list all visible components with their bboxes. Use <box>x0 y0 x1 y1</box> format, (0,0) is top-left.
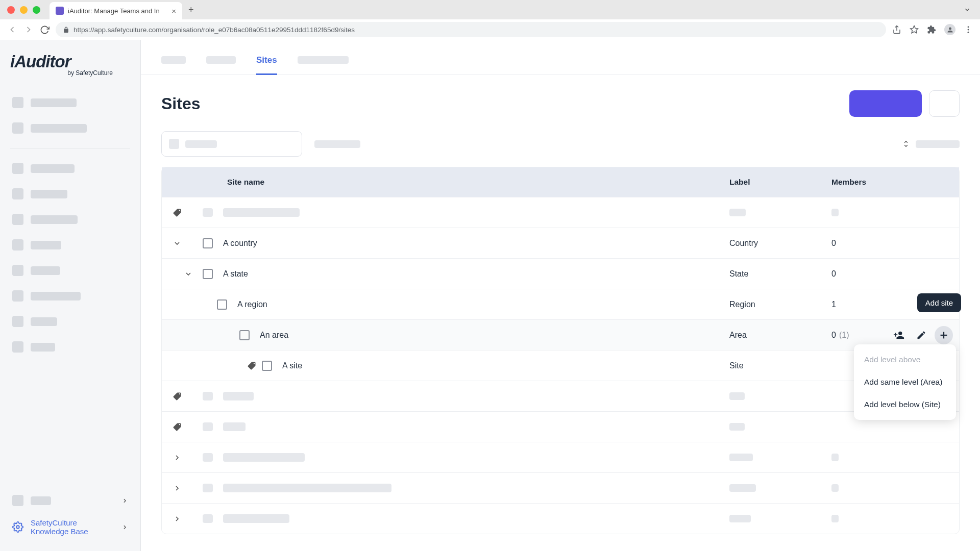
site-name: An area <box>260 331 729 340</box>
tag-icon <box>173 422 182 432</box>
table-header: Site name Label Members <box>162 167 959 197</box>
sidebar-item-placeholder[interactable] <box>10 283 130 309</box>
row-checkbox[interactable] <box>262 361 272 371</box>
sidebar-item-placeholder[interactable] <box>10 258 130 283</box>
sidebar-item-placeholder[interactable] <box>10 90 130 115</box>
dropdown-add-level-above: Add level above <box>854 348 956 371</box>
browser-tab[interactable]: iAuditor: Manage Teams and In × <box>50 2 182 19</box>
secondary-action-button[interactable] <box>929 90 960 117</box>
address-bar: https://app.safetyculture.com/organisati… <box>0 19 980 40</box>
header-members: Members <box>831 178 959 187</box>
tab-sites[interactable]: Sites <box>256 50 277 74</box>
reload-button[interactable] <box>40 25 50 35</box>
sidebar-item-placeholder[interactable] <box>10 334 130 360</box>
dropdown-add-level-below[interactable]: Add level below (Site) <box>854 393 956 416</box>
svg-point-2 <box>949 27 951 30</box>
forward-button[interactable] <box>23 24 34 35</box>
table-row[interactable]: A country Country 0 <box>162 228 959 258</box>
primary-action-button[interactable] <box>849 90 922 117</box>
kebab-menu-icon[interactable] <box>964 25 973 34</box>
tab-placeholder[interactable]: xxxx <box>161 50 186 74</box>
table-row[interactable]: A state State 0 <box>162 258 959 289</box>
url-input[interactable]: https://app.safetyculture.com/organisati… <box>56 22 886 37</box>
svg-point-4 <box>968 29 969 31</box>
tabs-dropdown-icon[interactable] <box>964 6 971 13</box>
share-icon[interactable] <box>892 25 901 34</box>
table-row[interactable] <box>162 381 959 411</box>
row-checkbox[interactable] <box>203 238 213 248</box>
gear-icon <box>12 521 23 533</box>
svg-point-3 <box>968 26 969 28</box>
new-tab-button[interactable]: + <box>188 5 194 15</box>
table-row[interactable]: A site Site <box>162 350 959 381</box>
site-name: A site <box>282 361 729 370</box>
sidebar-item-placeholder[interactable] <box>10 232 130 258</box>
chevron-right-icon <box>121 497 128 504</box>
header-site-name: Site name <box>223 178 729 187</box>
table-row[interactable] <box>162 197 959 228</box>
site-label: State <box>729 269 831 279</box>
tab-favicon <box>56 7 64 15</box>
tab-bar: iAuditor: Manage Teams and In × + <box>0 0 980 19</box>
members-inherited: (1) <box>839 331 849 340</box>
expand-toggle[interactable] <box>162 515 192 523</box>
page-title: Sites <box>161 94 200 113</box>
edit-button[interactable] <box>912 326 930 344</box>
lock-icon <box>63 27 69 33</box>
expand-toggle[interactable] <box>162 270 192 278</box>
table-row[interactable] <box>162 503 959 534</box>
filter-placeholder[interactable] <box>314 140 360 148</box>
sidebar-item-placeholder[interactable] <box>10 207 130 232</box>
table-row[interactable] <box>162 442 959 472</box>
search-input[interactable] <box>161 131 302 157</box>
table-row[interactable] <box>162 472 959 503</box>
page-content: Sites <box>141 75 980 549</box>
sidebar-item-placeholder[interactable] <box>10 489 130 512</box>
main-content: xxxx xxxxx Sites xxxxxxxx Sites <box>141 40 980 551</box>
sidebar-item-placeholder[interactable] <box>10 156 130 181</box>
browser-chrome: iAuditor: Manage Teams and In × + https:… <box>0 0 980 40</box>
dropdown-add-same-level[interactable]: Add same level (Area) <box>854 371 956 393</box>
sidebar-item-placeholder[interactable] <box>10 181 130 207</box>
kb-line2: Knowledge Base <box>31 527 88 536</box>
table-row[interactable] <box>162 411 959 442</box>
table-row[interactable]: A region Region 1 <box>162 289 959 319</box>
sidebar-item-placeholder[interactable] <box>10 115 130 141</box>
sites-table: Site name Label Members A country <box>161 167 960 534</box>
expand-toggle[interactable] <box>162 454 192 462</box>
extensions-icon[interactable] <box>927 25 936 34</box>
tag-icon <box>247 361 256 370</box>
tab-placeholder[interactable]: xxxxx <box>206 50 236 74</box>
add-site-button[interactable] <box>935 326 953 344</box>
logo-text: iAuditor <box>10 52 130 71</box>
expand-toggle[interactable] <box>162 239 192 247</box>
expand-toggle[interactable] <box>162 300 207 309</box>
site-name: A country <box>223 239 729 248</box>
site-members: 0 (1) <box>831 326 959 344</box>
profile-avatar[interactable] <box>944 24 955 35</box>
tab-close-icon[interactable]: × <box>172 7 176 15</box>
sidebar-item-placeholder[interactable] <box>10 309 130 334</box>
maximize-window-button[interactable] <box>33 6 40 14</box>
add-member-button[interactable] <box>890 326 908 344</box>
title-row: Sites <box>161 90 960 117</box>
expand-toggle[interactable] <box>162 331 229 339</box>
tab-placeholder[interactable]: xxxxxxxx <box>298 50 349 74</box>
kb-line1: SafetyCulture <box>31 518 88 527</box>
search-icon <box>169 139 179 149</box>
filter-row <box>161 131 960 157</box>
back-button[interactable] <box>7 24 17 35</box>
expand-toggle[interactable] <box>162 484 192 492</box>
table-row-active[interactable]: An area Area 0 (1) <box>162 319 959 350</box>
collapse-expand-toggle[interactable] <box>902 140 960 148</box>
chevron-right-icon <box>121 524 128 531</box>
minimize-window-button[interactable] <box>20 6 28 14</box>
close-window-button[interactable] <box>7 6 15 14</box>
bookmark-icon[interactable] <box>910 25 919 34</box>
row-checkbox[interactable] <box>203 269 213 279</box>
site-label: Site <box>729 361 831 370</box>
sidebar-knowledge-base[interactable]: SafetyCulture Knowledge Base <box>10 512 130 542</box>
row-checkbox[interactable] <box>239 330 250 340</box>
site-members: 0 <box>831 239 959 248</box>
row-checkbox[interactable] <box>217 299 227 310</box>
